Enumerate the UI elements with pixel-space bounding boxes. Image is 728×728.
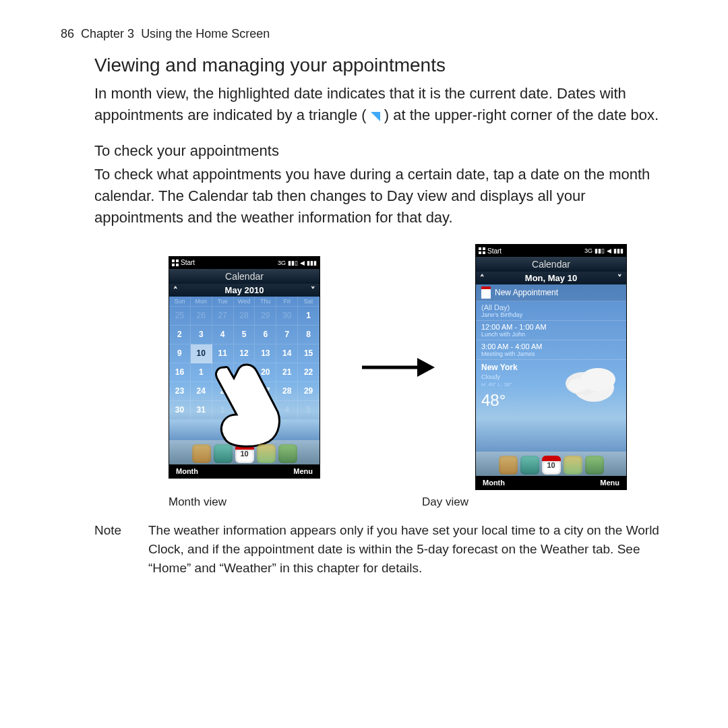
calendar-date-cell[interactable]: 26 — [191, 307, 212, 326]
calendar-date-cell[interactable]: 30 — [276, 307, 298, 326]
calendar-date-cell[interactable]: 4 — [276, 401, 298, 420]
calendar-date-cell[interactable]: 1 — [298, 307, 320, 326]
softkey-right[interactable]: Menu — [293, 467, 313, 475]
dock-att-icon[interactable] — [192, 444, 211, 463]
calendar-date-cell[interactable]: 6 — [255, 326, 276, 344]
windows-icon — [479, 247, 485, 254]
signal-icon: ▮▮▯ — [595, 247, 605, 254]
softkey-left[interactable]: Month — [483, 479, 505, 487]
calendar-date-cell[interactable]: 22 — [298, 363, 320, 382]
calendar-date-cell[interactable]: 14 — [276, 344, 298, 363]
calendar-date-cell[interactable]: 2 — [212, 382, 234, 401]
calendar-date-cell[interactable]: 20 — [255, 363, 276, 382]
prev-icon[interactable]: ˄ — [173, 285, 178, 295]
calendar-date-cell[interactable]: 12 — [234, 344, 255, 363]
cloud-icon — [562, 363, 622, 396]
dock-album-icon[interactable] — [278, 444, 297, 463]
network-badge: 3G — [278, 260, 286, 266]
day-list: New Appointment (All Day)Jane's Birthday… — [476, 284, 626, 452]
calendar-date-cell[interactable]: 23 — [169, 382, 191, 401]
calendar-date-cell[interactable]: 13 — [255, 344, 276, 363]
dock-stocks-icon[interactable] — [257, 444, 276, 463]
calendar-date-cell[interactable]: 31 — [191, 401, 212, 420]
appointment-item[interactable]: (All Day)Jane's Birthday — [476, 301, 626, 321]
dock-globe-icon[interactable] — [520, 456, 539, 475]
calendar-date-cell[interactable]: 21 — [276, 363, 298, 382]
next-icon[interactable]: ˅ — [617, 273, 622, 283]
chapter-number: Chapter 3 — [81, 27, 134, 40]
calendar-date-cell[interactable]: 2 — [234, 401, 255, 420]
calendar-date-cell[interactable]: 8 — [298, 326, 320, 344]
calendar-date-cell[interactable]: 4 — [212, 326, 234, 344]
prev-icon[interactable]: ˄ — [480, 273, 485, 283]
home-dock: 10 — [169, 440, 320, 464]
dock-att-icon[interactable] — [499, 456, 518, 475]
appointment-item[interactable]: 12:00 AM - 1:00 AMLunch with John — [476, 321, 626, 340]
calendar-date-cell[interactable]: 5 — [298, 401, 320, 420]
calendar-date-cell[interactable]: 3 — [255, 401, 276, 420]
weekday-label: Sun — [169, 297, 191, 307]
calendar-date-cell[interactable]: 28 — [234, 307, 255, 326]
weather-block: New York Cloudy H: 49° L: 38° 48° — [476, 360, 626, 411]
day-view-screenshot: Start 3G ▮▮▯ ◀ ▮▮▮ Calendar ˄ Mon, May 1… — [475, 244, 627, 490]
calendar-date-cell[interactable]: 30 — [169, 401, 191, 420]
weekday-label: Fri — [276, 297, 298, 307]
battery-icon: ▮▮▮ — [307, 260, 317, 266]
calendar-date-cell[interactable]: 29 — [298, 382, 320, 401]
dock-globe-icon[interactable] — [214, 444, 233, 463]
dock-album-icon[interactable] — [585, 456, 604, 475]
screenshot-row: Start 3G ▮▮▯ ◀ ▮▮▮ Calendar ˄ May 2010 ˅… — [169, 244, 667, 490]
weather-city: New York — [481, 363, 518, 373]
calendar-date-cell[interactable]: 16 — [169, 363, 191, 382]
softkey-bar: Month Menu — [169, 464, 320, 478]
calendar-date-cell[interactable] — [234, 382, 255, 401]
weekday-label: Wed — [234, 297, 255, 307]
calendar-date-cell[interactable]: 28 — [276, 382, 298, 401]
appointment-triangle-icon — [371, 112, 380, 121]
dock-calendar-icon[interactable]: 10 — [235, 444, 254, 463]
calendar-date-cell[interactable]: 25 — [169, 307, 191, 326]
weather-temp: 48° — [481, 390, 518, 411]
softkey-left[interactable]: Month — [176, 467, 198, 475]
app-title: Calendar — [169, 269, 320, 284]
calendar-date-cell[interactable]: 27 — [212, 307, 234, 326]
calendar-date-cell[interactable]: 24 — [191, 382, 212, 401]
calendar-date-cell[interactable]: 5 — [234, 326, 255, 344]
dock-calendar-icon[interactable]: 10 — [542, 456, 561, 475]
main-heading: Viewing and managing your appointments — [94, 55, 667, 76]
intro-paragraph: In month view, the highlighted date indi… — [94, 83, 667, 126]
check-paragraph: To check what appointments you have duri… — [94, 164, 667, 229]
appointment-item[interactable]: 3:00 AM - 4:00 AMMeeting with James — [476, 340, 626, 360]
calendar-date-cell[interactable]: 29 — [255, 307, 276, 326]
captions-row: Month view Day view — [169, 495, 667, 509]
day-label: Mon, May 10 — [525, 273, 577, 283]
calendar-date-cell[interactable]: 3 — [191, 326, 212, 344]
caption-month: Month view — [169, 495, 226, 509]
sub-heading: To check your appointments — [94, 142, 667, 160]
calendar-date-cell[interactable]: 1 — [191, 363, 212, 382]
dock-stocks-icon[interactable] — [564, 456, 582, 475]
windows-icon — [172, 260, 179, 266]
start-label: Start — [181, 259, 195, 266]
calendar-date-cell[interactable] — [212, 363, 234, 382]
calendar-date-cell[interactable]: 10 — [191, 344, 212, 363]
calendar-date-cell[interactable]: 7 — [276, 326, 298, 344]
new-appointment-button[interactable]: New Appointment — [476, 284, 626, 301]
home-dock: 10 — [476, 452, 626, 476]
softkey-right[interactable]: Menu — [600, 479, 619, 487]
calendar-date-cell[interactable]: 15 — [298, 344, 320, 363]
calendar-date-cell[interactable]: 9 — [234, 363, 255, 382]
next-icon[interactable]: ˅ — [311, 285, 315, 295]
calendar-date-cell[interactable]: 9 — [169, 344, 191, 363]
calendar-date-cell[interactable]: 11 — [212, 344, 234, 363]
weekday-label: Mon — [191, 297, 212, 307]
weekday-label: Tue — [212, 297, 234, 307]
month-label: May 2010 — [225, 285, 264, 295]
app-title: Calendar — [476, 257, 626, 272]
calendar-mini-icon — [481, 286, 491, 299]
calendar-date-cell[interactable]: 27 — [255, 382, 276, 401]
network-badge: 3G — [584, 247, 593, 254]
calendar-date-cell[interactable]: 2 — [169, 326, 191, 344]
weekday-label: Sat — [298, 297, 320, 307]
calendar-date-cell[interactable]: 1 — [212, 401, 234, 420]
